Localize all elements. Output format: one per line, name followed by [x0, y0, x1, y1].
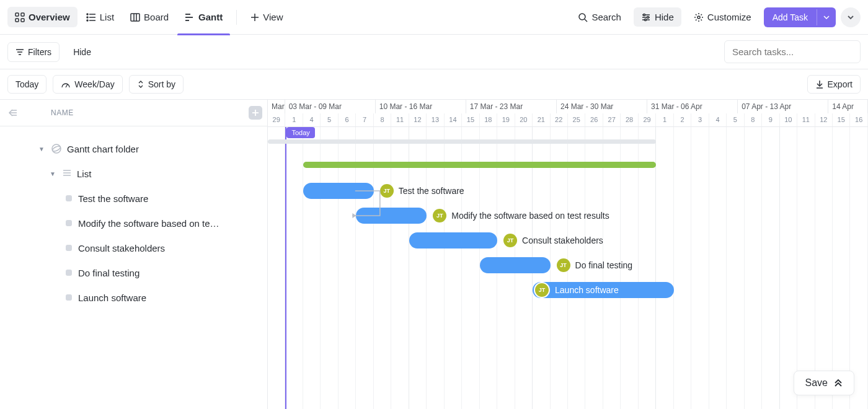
day-header-cell: 15 [833, 113, 850, 127]
hide-button[interactable]: Hide [634, 7, 681, 27]
day-header-cell: 4 [303, 113, 321, 127]
more-menu-button[interactable] [841, 7, 861, 27]
tab-list-label: List [100, 12, 114, 22]
hide-link[interactable]: Hide [66, 43, 99, 61]
day-header-cell: 3 [691, 113, 709, 127]
search-tasks-input[interactable] [724, 40, 861, 63]
assignee-avatar[interactable]: JT [534, 282, 550, 298]
svg-rect-3 [21, 19, 24, 22]
list-caret[interactable]: ▼ [50, 170, 57, 177]
hide-label: Hide [655, 12, 674, 22]
assignee-avatar[interactable]: JT [503, 234, 517, 247]
task-name: Modify the software based on te… [78, 218, 219, 229]
today-line [285, 127, 286, 409]
gantt-toolbar: Today Week/Day Sort by Export [0, 69, 868, 99]
grid-column [321, 127, 338, 409]
tab-list[interactable]: List [79, 7, 122, 27]
gantt-task-label-group: JTModify the software based on test resu… [433, 208, 609, 224]
gantt-task-bar[interactable] [480, 257, 551, 273]
svg-point-25 [644, 19, 646, 20]
customize-button[interactable]: Customize [686, 7, 759, 27]
day-header-cell: 16 [850, 113, 867, 127]
grid-column [356, 127, 373, 409]
svg-line-30 [66, 84, 68, 87]
search-icon [578, 12, 588, 22]
grid-column [797, 127, 815, 409]
svg-point-18 [579, 14, 585, 20]
day-header-cell: 22 [551, 113, 568, 127]
add-task-dropdown[interactable] [817, 9, 836, 25]
assignee-avatar[interactable]: JT [557, 258, 570, 272]
filter-toolbar: Filters Hide [0, 35, 868, 69]
grid-column [850, 127, 867, 409]
week-header-cell: Mar [268, 100, 285, 113]
export-button[interactable]: Export [807, 75, 861, 94]
task-status-dot [66, 245, 72, 251]
tab-overview[interactable]: Overview [7, 7, 78, 27]
group-bar[interactable] [303, 162, 656, 168]
grid-column [639, 127, 656, 409]
add-column-button[interactable] [249, 106, 262, 120]
task-tree-panel: NAME ▼ Gantt chart folder ▼ List Test th… [0, 99, 268, 409]
tab-board[interactable]: Board [123, 7, 176, 27]
summary-bar[interactable] [268, 139, 656, 144]
today-button[interactable]: Today [7, 75, 46, 94]
gantt-timeline[interactable]: Mar03 Mar - 09 Mar10 Mar - 16 Mar17 Mar … [268, 99, 868, 409]
folder-caret[interactable]: ▼ [38, 146, 46, 152]
task-row[interactable]: Test the software [0, 186, 267, 211]
assignee-avatar[interactable]: JT [380, 184, 394, 198]
customize-label: Customize [707, 12, 751, 22]
gantt-task-bar[interactable] [303, 183, 374, 199]
save-button[interactable]: Save [794, 371, 854, 395]
task-row[interactable]: Do final testing [0, 260, 267, 285]
list-icon [62, 169, 72, 178]
add-view-button[interactable]: View [243, 7, 290, 27]
filters-button[interactable]: Filters [7, 42, 60, 62]
add-task-button[interactable]: Add Task [764, 7, 836, 27]
scale-label: Week/Day [74, 79, 114, 89]
tab-gantt[interactable]: Gantt [177, 7, 230, 27]
day-header-cell: 29 [268, 113, 285, 127]
filter-icon [16, 48, 24, 56]
task-row[interactable]: Consult stakeholders [0, 235, 267, 260]
list-name: List [77, 169, 91, 179]
sliders-icon [641, 12, 651, 22]
chevron-down-icon [823, 14, 830, 20]
grid-column [709, 127, 727, 409]
folder-row[interactable]: ▼ Gantt chart folder [0, 136, 267, 161]
scale-button[interactable]: Week/Day [53, 75, 122, 94]
search-button[interactable]: Search [570, 7, 629, 27]
day-header-cell: 10 [780, 113, 797, 127]
task-name: Do final testing [78, 268, 140, 278]
day-header-cell: 18 [480, 113, 497, 127]
gantt-task-bar[interactable] [356, 208, 427, 224]
task-row[interactable]: Launch software [0, 285, 267, 310]
gantt-task-bar[interactable]: JTLaunch software [533, 282, 674, 298]
collapse-panel-button[interactable] [7, 108, 17, 117]
tab-gantt-label: Gantt [198, 12, 223, 22]
task-row[interactable]: Modify the software based on te… [0, 211, 267, 235]
day-header-cell: 12 [409, 113, 427, 127]
top-right-actions: Search Hide Customize Add Task [570, 7, 861, 27]
add-view-label: View [263, 12, 283, 22]
day-header-cell: 11 [797, 113, 815, 127]
timeline-body[interactable]: TodayJTTest the softwareJTModify the sof… [268, 127, 868, 409]
sort-icon [137, 80, 144, 89]
task-name: Test the software [78, 193, 148, 204]
name-column-header: NAME [51, 108, 74, 117]
main-split: NAME ▼ Gantt chart folder ▼ List Test th… [0, 99, 868, 409]
timeline-header: Mar03 Mar - 09 Mar10 Mar - 16 Mar17 Mar … [268, 100, 868, 127]
day-header-cell: 8 [745, 113, 762, 127]
search-tasks-field[interactable] [732, 46, 852, 57]
day-header-cell: 7 [356, 113, 373, 127]
grid-column [374, 127, 391, 409]
gantt-task-label-group: JTDo final testing [557, 257, 633, 273]
day-header-cell: 6 [339, 113, 356, 127]
folder-icon [51, 143, 62, 154]
gantt-task-bar[interactable] [409, 232, 497, 248]
list-row[interactable]: ▼ List [0, 161, 267, 186]
sort-button[interactable]: Sort by [129, 75, 184, 94]
grid-column [285, 127, 303, 409]
assignee-avatar[interactable]: JT [433, 209, 446, 222]
day-header-cell: 15 [462, 113, 479, 127]
